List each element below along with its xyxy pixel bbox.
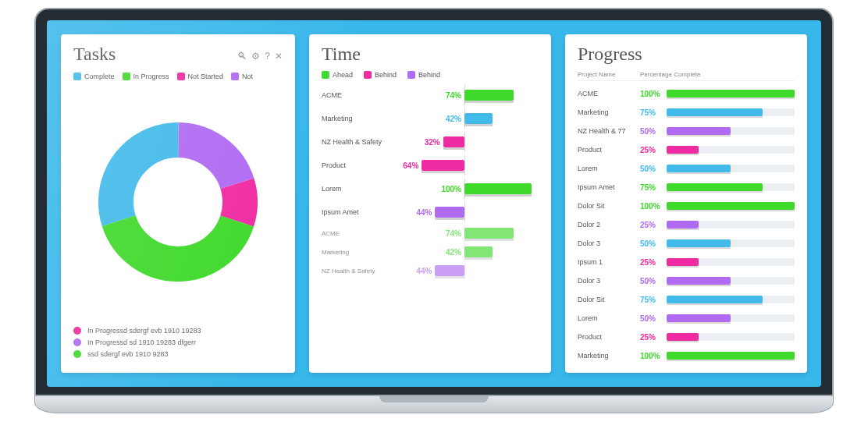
progress-pct: 25% — [640, 333, 667, 342]
progress-bar-fill — [667, 221, 699, 229]
progress-name: Dolor Sit — [578, 296, 640, 303]
footnote-swatch — [73, 350, 81, 358]
progress-pct: 50% — [640, 127, 667, 136]
time-value: 74% — [446, 229, 461, 238]
progress-header: Project Name Percentage Complete — [578, 71, 795, 81]
progress-pct: 50% — [640, 239, 667, 248]
tasks-card: Tasks 🔍︎ ⚙︎ ? ✕ CompleteIn ProgressNot S… — [61, 34, 295, 373]
time-label: NZ Health & Safety — [322, 268, 390, 275]
legend-swatch — [177, 73, 185, 80]
progress-bar-fill — [667, 146, 699, 154]
progress-pct: 75% — [640, 296, 667, 304]
time-value: 44% — [416, 208, 432, 217]
legend-label: Behind — [418, 71, 440, 79]
progress-row: Dolor 2 25% — [578, 215, 795, 234]
progress-bar-track — [667, 108, 795, 116]
time-label: Lorem — [322, 185, 390, 193]
legend-swatch — [231, 73, 239, 80]
footnote-swatch — [73, 327, 81, 335]
time-row: Marketing 42% — [322, 243, 539, 261]
progress-bar-fill — [667, 333, 699, 341]
legend-swatch — [364, 71, 372, 79]
legend-label: Ahead — [333, 71, 353, 79]
progress-bar-track — [667, 221, 795, 229]
progress-rows: ACME 100% Marketing 75% NZ Health & 77 5… — [578, 84, 795, 362]
time-value: 42% — [446, 115, 461, 123]
time-label: Product — [322, 161, 390, 169]
time-center-line — [464, 263, 465, 278]
legend-item: Not Started — [177, 73, 224, 80]
time-row: Product 64% — [322, 154, 539, 177]
progress-bar-fill — [667, 314, 731, 322]
legend-item: Ahead — [322, 71, 353, 79]
progress-bar-track — [667, 90, 795, 97]
progress-bar-track — [667, 314, 795, 322]
progress-pct: 100% — [640, 202, 667, 211]
time-row: ACME 74% — [322, 224, 539, 243]
progress-bar-track — [667, 183, 795, 191]
time-label: Ipsum Amet — [322, 208, 390, 216]
progress-name: ACME — [578, 90, 640, 97]
time-track: 64% — [390, 154, 539, 177]
search-icon[interactable]: 🔍︎ — [237, 51, 247, 62]
progress-pct: 50% — [640, 314, 667, 323]
legend-label: Not Started — [188, 73, 224, 80]
gear-icon[interactable]: ⚙︎ — [251, 51, 260, 62]
progress-title: Progress — [578, 44, 795, 65]
legend-swatch — [73, 73, 81, 80]
svg-point-4 — [139, 163, 217, 241]
progress-row: Product 25% — [578, 328, 795, 346]
time-center-line — [464, 202, 465, 222]
footnote-row: In Progressd sdergf evb 1910 19283 — [73, 327, 283, 335]
progress-row: Dolor Sit 100% — [578, 197, 795, 215]
progress-name: Lorem — [578, 165, 640, 172]
legend-item: Behind — [364, 71, 397, 79]
progress-bar-track — [667, 146, 795, 154]
progress-bar-track — [667, 127, 795, 135]
time-row: NZ Health & Safety 32% — [322, 130, 539, 154]
legend-item: Not — [231, 73, 253, 80]
progress-row: ACME 100% — [578, 84, 795, 103]
card-toolbar: 🔍︎ ⚙︎ ? ✕ — [237, 51, 283, 62]
progress-name: Product — [578, 333, 640, 341]
time-bar — [464, 113, 493, 124]
time-label: ACME — [322, 230, 390, 237]
progress-bar-track — [667, 202, 795, 210]
time-bar — [443, 136, 464, 147]
time-track: 42% — [390, 107, 539, 130]
progress-row: Lorem 50% — [578, 309, 795, 328]
progress-name: Marketing — [578, 108, 640, 116]
progress-pct: 100% — [640, 90, 667, 98]
legend-swatch — [407, 71, 415, 79]
progress-row: Marketing 75% — [578, 103, 795, 122]
time-track: 44% — [390, 200, 539, 224]
progress-name: Dolor 2 — [578, 221, 640, 229]
progress-name: Marketing — [578, 352, 640, 360]
time-track: 42% — [390, 243, 539, 261]
time-bar — [422, 160, 464, 171]
progress-pct: 100% — [640, 352, 667, 360]
time-track: 74% — [390, 83, 539, 107]
time-label: Marketing — [322, 249, 390, 256]
progress-bar-track — [667, 258, 795, 266]
time-card: Time AheadBehindBehind ACME 74% Marketin… — [309, 34, 551, 373]
tasks-donut-chart — [73, 87, 283, 317]
progress-name: Dolor Sit — [578, 202, 640, 210]
time-center-line — [464, 155, 465, 175]
time-bar — [435, 207, 464, 218]
help-icon[interactable]: ? — [265, 51, 270, 62]
progress-pct: 50% — [640, 165, 667, 173]
laptop-frame: Tasks 🔍︎ ⚙︎ ? ✕ CompleteIn ProgressNot S… — [34, 8, 834, 413]
time-bar — [464, 183, 532, 194]
progress-name: Lorem — [578, 314, 640, 322]
progress-bar-fill — [667, 90, 795, 97]
progress-bar-track — [667, 296, 795, 303]
legend-swatch — [123, 73, 130, 80]
legend-label: Behind — [375, 71, 397, 79]
progress-name: Ipsum Amet — [578, 183, 640, 191]
close-icon[interactable]: ✕ — [275, 51, 283, 62]
time-center-line — [464, 132, 465, 152]
time-row: NZ Health & Safety 44% — [322, 261, 539, 280]
progress-col-pct: Percentage Complete — [640, 71, 795, 78]
progress-name: Dolor 3 — [578, 277, 640, 285]
